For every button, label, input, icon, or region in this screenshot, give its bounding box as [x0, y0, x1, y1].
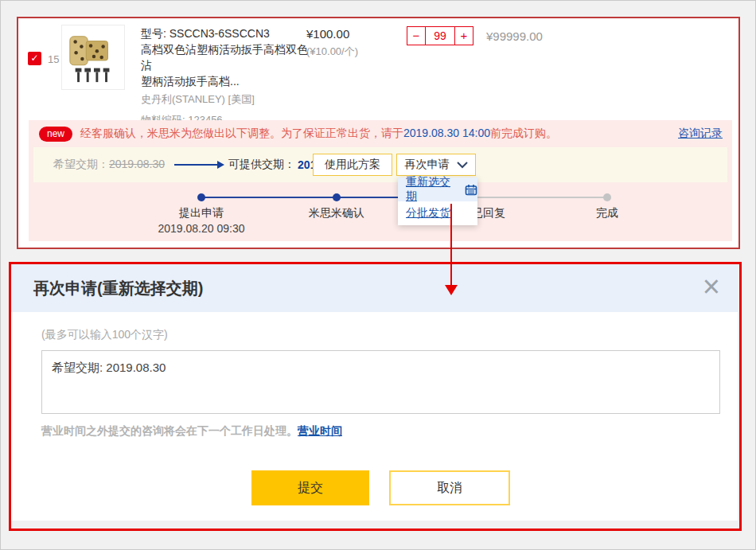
progress-step-4-label: 完成 — [551, 206, 663, 220]
reapply-modal: 再次申请(重新选择交期) × (最多可以输入100个汉字) 希望交期: 2019… — [11, 264, 738, 521]
business-hours-link[interactable]: 营业时间 — [298, 424, 342, 437]
unit-price: ¥100.00 — [306, 27, 358, 41]
order-adjustment-screen: ✓ 15 型号: SSCCN3-6SSCCN3 — [0, 0, 756, 550]
product-brand: 史丹利(STANLEY) [美国] — [141, 92, 310, 107]
annotation-arrow-down-icon — [445, 285, 458, 295]
proposal-row: 希望交期：2019.08.30 可提供交期： 2019.09.05 使用此方案 … — [33, 147, 727, 182]
submit-button[interactable]: 提交 — [251, 470, 369, 505]
quantity-plus-button[interactable]: + — [454, 26, 473, 45]
progress-dot-1 — [197, 193, 205, 201]
modal-header: 再次申请(重新选择交期) × — [11, 264, 738, 312]
business-hours-note-text: 营业时间之外提交的咨询将会在下一个工作日处理。 — [41, 424, 298, 437]
input-limit-hint: (最多可以输入100个汉字) — [41, 328, 709, 342]
product-thumbnail-graphic — [65, 29, 121, 85]
product-description-line2: 塑柄活动扳手高档... — [141, 73, 310, 89]
product-model: 型号: SSCCN3-6SSCCN3 — [141, 25, 310, 41]
progress-step-2-label: 米思米确认 — [281, 206, 392, 220]
reapply-button-label: 再次申请 — [405, 158, 450, 172]
wish-date-value: 2019.08.30 — [109, 158, 165, 170]
quantity-input[interactable]: 99 — [425, 26, 455, 45]
delivery-date-textarea[interactable]: 希望交期: 2019.08.30 — [41, 350, 720, 414]
reapply-dropdown-button[interactable]: 再次申请 — [396, 154, 476, 176]
progress-line-pending — [472, 197, 607, 198]
notice-message-suffix: 前完成订购。 — [490, 127, 557, 139]
notice-deadline: 2019.08.30 14:00 — [403, 127, 490, 139]
inquiry-history-link[interactable]: 咨询记录 — [678, 127, 723, 141]
modal-body: (最多可以输入100个汉字) 希望交期: 2019.08.30 营业时间之外提交… — [11, 312, 738, 505]
row-number: 15 — [48, 53, 59, 65]
notice-message: 经客服确认，米思米为您做出以下调整。为了保证正常出货，请于2019.08.30 … — [80, 127, 557, 141]
modal-buttons: 提交 取消 — [41, 470, 709, 505]
business-hours-note: 营业时间之外提交的咨询将会在下一个工作日处理。营业时间 — [41, 424, 709, 439]
unit-price-block: ¥100.00 (¥10.00/个) — [306, 27, 358, 59]
menu-item-split-shipment-label: 分批发货 — [406, 206, 450, 220]
cancel-button[interactable]: 取消 — [389, 470, 510, 505]
wish-date-text: 希望交期：2019.08.30 — [53, 158, 165, 172]
offer-date-label: 可提供交期： — [228, 158, 295, 172]
product-row-card: ✓ 15 型号: SSCCN3-6SSCCN3 — [17, 17, 740, 249]
menu-item-reselect-date-label: 重新选交期 — [406, 175, 461, 204]
product-description-line1: 高档双色沾塑柄活动扳手高档双色沾 — [141, 41, 310, 73]
minus-icon: − — [413, 29, 420, 42]
modal-title: 再次申请(重新选择交期) — [33, 278, 203, 299]
use-plan-button[interactable]: 使用此方案 — [313, 154, 392, 176]
close-icon[interactable]: × — [703, 271, 720, 302]
quantity-minus-button[interactable]: − — [407, 26, 426, 45]
progress-dot-4 — [603, 193, 611, 201]
new-badge: new — [39, 127, 72, 142]
plus-icon: + — [461, 29, 468, 42]
adjustment-notice: new 经客服确认，米思米为您做出以下调整。为了保证正常出货，请于2019.08… — [29, 120, 732, 241]
progress-step-1-date: 2019.08.20 09:30 — [138, 222, 265, 235]
product-image[interactable] — [61, 25, 125, 90]
reapply-dropdown-menu: 重新选交期 分批发货 — [398, 177, 477, 225]
quantity-stepper: − 99 + — [407, 26, 473, 45]
menu-item-split-shipment[interactable]: 分批发货 — [398, 201, 477, 225]
unit-price-per: (¥10.00/个) — [306, 45, 358, 59]
row-checkbox[interactable]: ✓ — [28, 52, 41, 65]
product-info: 型号: SSCCN3-6SSCCN3 高档双色沾塑柄活动扳手高档双色沾 塑柄活动… — [141, 25, 310, 128]
arrow-right-icon — [174, 164, 217, 166]
wish-date-label: 希望交期： — [53, 158, 109, 170]
menu-item-reselect-date[interactable]: 重新选交期 — [398, 177, 477, 201]
notice-row: new 经客服确认，米思米为您做出以下调整。为了保证正常出货，请于2019.08… — [29, 120, 732, 147]
checkbox-check-icon: ✓ — [30, 53, 38, 64]
annotation-arrow-line — [450, 204, 452, 286]
chevron-down-icon — [457, 162, 468, 169]
notice-message-prefix: 经客服确认，米思米为您做出以下调整。为了保证正常出货，请于 — [80, 127, 403, 139]
progress-dot-2 — [333, 193, 341, 201]
progress-step-1-label: 提出申请 — [146, 206, 257, 220]
calendar-icon — [465, 184, 477, 196]
total-price: ¥99999.00 — [486, 29, 543, 43]
